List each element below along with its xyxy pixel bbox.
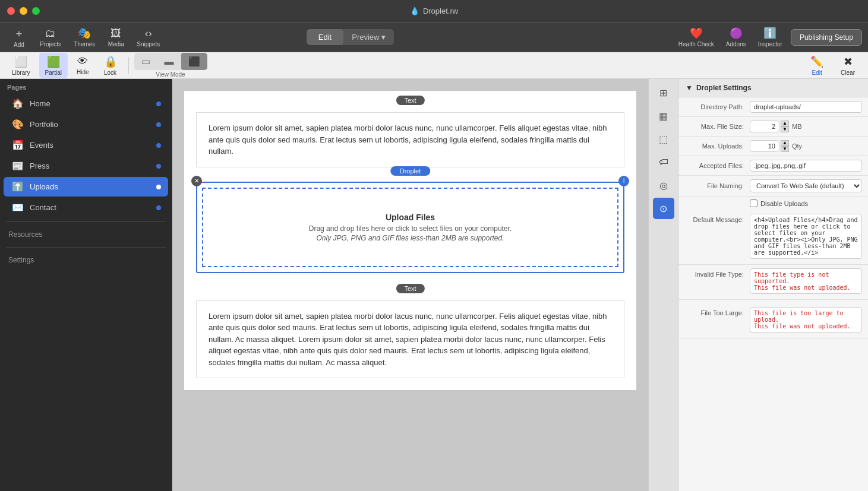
viewmode-large[interactable]: ⬛ bbox=[181, 53, 207, 70]
clear-button[interactable]: ✖ Clear bbox=[834, 53, 862, 78]
max-uploads-input[interactable] bbox=[750, 140, 779, 152]
addons-button[interactable]: 🟣 Addons bbox=[722, 24, 750, 50]
uploads-dot bbox=[156, 185, 161, 189]
partial-icon: 🟩 bbox=[47, 55, 60, 68]
file-naming-select[interactable]: Convert To Web Safe (default) bbox=[750, 179, 862, 192]
titlebar: 💧 Droplet.rw bbox=[0, 0, 868, 23]
portfolio-dot bbox=[156, 122, 161, 127]
sidebar-item-portfolio[interactable]: 🎨 Portfolio bbox=[4, 115, 168, 134]
library-icon: ⬜ bbox=[14, 55, 27, 68]
panel-grid-button[interactable]: ⊞ bbox=[653, 82, 674, 103]
lock-button[interactable]: 🔒 Lock bbox=[98, 53, 123, 78]
health-check-button[interactable]: ❤️ Health Check bbox=[675, 24, 718, 50]
sidebar-item-home[interactable]: 🏠 Home bbox=[4, 94, 168, 113]
publishing-setup-button[interactable]: Publishing Setup bbox=[791, 29, 862, 46]
events-icon: 📅 bbox=[12, 140, 24, 151]
viewmode-medium[interactable]: ▬ bbox=[157, 53, 181, 70]
sidebar-item-events[interactable]: 📅 Events bbox=[4, 135, 168, 155]
max-file-size-input[interactable] bbox=[750, 121, 779, 132]
droplet-info-button[interactable]: i bbox=[618, 176, 629, 186]
max-uploads-unit: Qty bbox=[792, 142, 802, 150]
panel-layout-button[interactable]: ⬚ bbox=[653, 128, 674, 150]
disable-uploads-row: Disable Uploads bbox=[678, 197, 868, 210]
edit-preview-toggle: Edit Preview ▾ bbox=[307, 29, 394, 45]
accepted-files-label: Accepted Files: bbox=[684, 162, 750, 169]
window-title: 💧 Droplet.rw bbox=[410, 7, 458, 15]
content-right-wrapper: Text Lorem ipsum dolor sit amet, sapien … bbox=[172, 79, 868, 491]
right-toolbar: ❤️ Health Check 🟣 Addons ℹ️ Inspector Pu… bbox=[675, 24, 862, 50]
hide-button[interactable]: 👁 Hide bbox=[71, 53, 95, 78]
projects-icon: 🗂 bbox=[45, 27, 56, 40]
text-block-2-label: Text bbox=[396, 284, 424, 293]
directory-path-input[interactable] bbox=[750, 101, 862, 113]
default-message-row: Default Message: <h4>Upload Files</h4>Dr… bbox=[678, 210, 868, 265]
snippets-button[interactable]: ‹› Snippets bbox=[132, 25, 165, 50]
uploads-icon: ⬆️ bbox=[12, 181, 24, 192]
preview-button[interactable]: Preview ▾ bbox=[343, 29, 394, 45]
partial-button[interactable]: 🟩 Partial bbox=[39, 53, 68, 78]
add-button[interactable]: ＋ Add bbox=[6, 24, 32, 50]
max-file-size-stepper[interactable]: ▲ ▼ bbox=[781, 121, 789, 132]
accepted-files-input[interactable] bbox=[750, 160, 862, 172]
max-uploads-stepper[interactable]: ▲ ▼ bbox=[781, 140, 789, 152]
droplet-upload-subtitle: Drag and drop files here or click to sel… bbox=[309, 224, 512, 233]
max-file-size-up[interactable]: ▲ bbox=[781, 121, 789, 126]
events-dot bbox=[156, 143, 161, 148]
maximize-button[interactable] bbox=[32, 7, 40, 15]
droplet-upload-area[interactable]: Upload Files Drag and drop files here or… bbox=[202, 188, 618, 267]
media-button[interactable]: 🖼 Media bbox=[103, 25, 129, 50]
sidebar-settings[interactable]: Settings bbox=[0, 251, 172, 269]
invalid-file-type-row: Invalid File Type: This file type is not… bbox=[678, 265, 868, 300]
max-uploads-label: Max. Uploads: bbox=[684, 142, 750, 150]
droplet-close-button[interactable]: ✕ bbox=[191, 176, 202, 186]
themes-button[interactable]: 🎭 Themes bbox=[69, 24, 100, 50]
sidebar-item-uploads[interactable]: ⬆️ Uploads bbox=[4, 177, 168, 197]
clear-icon: ✖ bbox=[844, 55, 853, 68]
panel-tag-button[interactable]: 🏷 bbox=[653, 151, 674, 173]
default-message-container: <h4>Upload Files</h4>Drag and drop files… bbox=[750, 214, 862, 261]
sidebar-item-contact[interactable]: ✉️ Contact bbox=[4, 198, 168, 217]
droplet-label: Droplet bbox=[390, 166, 430, 176]
edit-button[interactable]: Edit bbox=[307, 29, 343, 45]
viewmode-label: View Mode bbox=[156, 71, 185, 78]
inspector-button[interactable]: ℹ️ Inspector bbox=[755, 24, 786, 50]
add-icon: ＋ bbox=[14, 26, 24, 40]
close-button[interactable] bbox=[7, 7, 15, 15]
droplet-outer: ✕ Droplet i Upload Files Drag and drop f… bbox=[196, 182, 624, 273]
panel-circle-button[interactable]: ◎ bbox=[653, 175, 674, 196]
max-uploads-up[interactable]: ▲ bbox=[781, 140, 789, 146]
file-too-large-textarea[interactable]: This file is too large to upload. This f… bbox=[750, 307, 862, 332]
disable-uploads-label: Disable Uploads bbox=[760, 200, 808, 207]
edit-clear-group: ✏️ Edit ✖ Clear bbox=[803, 53, 862, 78]
lock-icon: 🔒 bbox=[104, 55, 117, 68]
sidebar-item-press[interactable]: 📰 Press bbox=[4, 156, 168, 176]
text-content-1[interactable]: Lorem ipsum dolor sit amet, sapien plate… bbox=[196, 112, 624, 167]
inspector-icon: ℹ️ bbox=[763, 27, 777, 40]
edit-mode-button[interactable]: ✏️ Edit bbox=[803, 53, 831, 78]
library-button[interactable]: ⬜ Library bbox=[6, 53, 36, 78]
health-check-icon: ❤️ bbox=[690, 27, 703, 40]
hide-icon: 👁 bbox=[77, 55, 88, 68]
max-file-size-unit: MB bbox=[792, 123, 802, 130]
projects-button[interactable]: 🗂 Projects bbox=[35, 25, 66, 50]
window-controls bbox=[7, 7, 40, 15]
text-content-2[interactable]: Lorem ipsum dolor sit amet, sapien plate… bbox=[196, 300, 624, 379]
sidebar-resources[interactable]: Resources bbox=[0, 226, 172, 243]
viewmode-small[interactable]: ▭ bbox=[134, 53, 157, 70]
page-content: Text Lorem ipsum dolor sit amet, sapien … bbox=[184, 91, 636, 390]
home-icon: 🏠 bbox=[12, 98, 24, 109]
panel-active-button[interactable]: ⊙ bbox=[653, 198, 674, 219]
max-uploads-down[interactable]: ▼ bbox=[781, 146, 789, 152]
default-message-textarea[interactable]: <h4>Upload Files</h4>Drag and drop files… bbox=[750, 214, 862, 259]
max-file-size-down[interactable]: ▼ bbox=[781, 126, 789, 132]
second-toolbar: ⬜ Library 🟩 Partial 👁 Hide 🔒 Lock ▭ ▬ ⬛ … bbox=[0, 52, 868, 79]
panel-table-button[interactable]: ▦ bbox=[653, 105, 674, 126]
invalid-file-type-textarea[interactable]: This file type is not supported. This fi… bbox=[750, 268, 862, 294]
text-block-2: Text Lorem ipsum dolor sit amet, sapien … bbox=[184, 291, 636, 379]
droplet-icon: 💧 bbox=[410, 7, 419, 15]
disable-uploads-checkbox[interactable] bbox=[750, 199, 757, 207]
invalid-file-type-container: This file type is not supported. This fi… bbox=[750, 268, 862, 296]
minimize-button[interactable] bbox=[20, 7, 27, 15]
contact-dot bbox=[156, 205, 161, 210]
right-icon-panel: ⊞ ▦ ⬚ 🏷 ◎ ⊙ bbox=[648, 79, 678, 491]
